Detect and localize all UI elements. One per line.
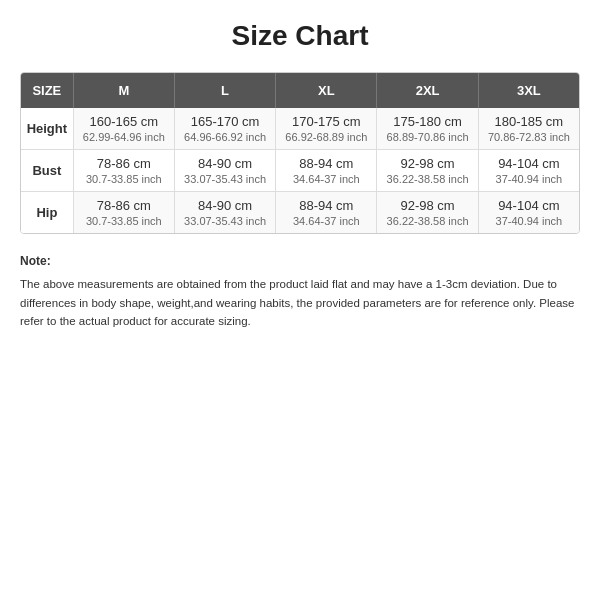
cell-height-2: 170-175 cm66.92-68.89 inch bbox=[276, 108, 377, 150]
cell-cm: 78-86 cm bbox=[80, 156, 168, 171]
cell-inch: 36.22-38.58 inch bbox=[383, 173, 471, 185]
cell-inch: 33.07-35.43 inch bbox=[181, 215, 269, 227]
table-row: Bust78-86 cm30.7-33.85 inch84-90 cm33.07… bbox=[21, 150, 579, 192]
cell-cm: 84-90 cm bbox=[181, 198, 269, 213]
cell-bust-4: 94-104 cm37-40.94 inch bbox=[478, 150, 579, 192]
cell-cm: 170-175 cm bbox=[282, 114, 370, 129]
cell-cm: 84-90 cm bbox=[181, 156, 269, 171]
cell-inch: 70.86-72.83 inch bbox=[485, 131, 573, 143]
header-m: M bbox=[73, 73, 174, 108]
cell-hip-4: 94-104 cm37-40.94 inch bbox=[478, 192, 579, 234]
header-2xl: 2XL bbox=[377, 73, 478, 108]
cell-cm: 175-180 cm bbox=[383, 114, 471, 129]
table-row: Hip78-86 cm30.7-33.85 inch84-90 cm33.07-… bbox=[21, 192, 579, 234]
cell-inch: 37-40.94 inch bbox=[485, 215, 573, 227]
cell-bust-2: 88-94 cm34.64-37 inch bbox=[276, 150, 377, 192]
size-chart-table: SIZE M L XL 2XL 3XL Height160-165 cm62.9… bbox=[20, 72, 580, 234]
row-label-height: Height bbox=[21, 108, 73, 150]
cell-inch: 30.7-33.85 inch bbox=[80, 215, 168, 227]
cell-inch: 66.92-68.89 inch bbox=[282, 131, 370, 143]
note-section: Note: The above measurements are obtaine… bbox=[20, 252, 580, 330]
note-title: Note: bbox=[20, 252, 580, 271]
header-l: L bbox=[174, 73, 275, 108]
cell-height-1: 165-170 cm64.96-66.92 inch bbox=[174, 108, 275, 150]
cell-inch: 62.99-64.96 inch bbox=[80, 131, 168, 143]
cell-cm: 78-86 cm bbox=[80, 198, 168, 213]
cell-height-3: 175-180 cm68.89-70.86 inch bbox=[377, 108, 478, 150]
header-size: SIZE bbox=[21, 73, 73, 108]
cell-bust-0: 78-86 cm30.7-33.85 inch bbox=[73, 150, 174, 192]
cell-hip-2: 88-94 cm34.64-37 inch bbox=[276, 192, 377, 234]
cell-cm: 94-104 cm bbox=[485, 198, 573, 213]
cell-inch: 34.64-37 inch bbox=[282, 173, 370, 185]
cell-height-0: 160-165 cm62.99-64.96 inch bbox=[73, 108, 174, 150]
cell-cm: 88-94 cm bbox=[282, 198, 370, 213]
cell-cm: 180-185 cm bbox=[485, 114, 573, 129]
cell-inch: 36.22-38.58 inch bbox=[383, 215, 471, 227]
cell-height-4: 180-185 cm70.86-72.83 inch bbox=[478, 108, 579, 150]
cell-inch: 33.07-35.43 inch bbox=[181, 173, 269, 185]
cell-hip-3: 92-98 cm36.22-38.58 inch bbox=[377, 192, 478, 234]
cell-inch: 30.7-33.85 inch bbox=[80, 173, 168, 185]
cell-cm: 160-165 cm bbox=[80, 114, 168, 129]
table-row: Height160-165 cm62.99-64.96 inch165-170 … bbox=[21, 108, 579, 150]
cell-hip-1: 84-90 cm33.07-35.43 inch bbox=[174, 192, 275, 234]
cell-inch: 64.96-66.92 inch bbox=[181, 131, 269, 143]
row-label-hip: Hip bbox=[21, 192, 73, 234]
cell-cm: 92-98 cm bbox=[383, 198, 471, 213]
cell-hip-0: 78-86 cm30.7-33.85 inch bbox=[73, 192, 174, 234]
cell-inch: 68.89-70.86 inch bbox=[383, 131, 471, 143]
note-text: The above measurements are obtained from… bbox=[20, 275, 580, 330]
cell-inch: 34.64-37 inch bbox=[282, 215, 370, 227]
cell-inch: 37-40.94 inch bbox=[485, 173, 573, 185]
cell-bust-1: 84-90 cm33.07-35.43 inch bbox=[174, 150, 275, 192]
cell-cm: 94-104 cm bbox=[485, 156, 573, 171]
header-3xl: 3XL bbox=[478, 73, 579, 108]
row-label-bust: Bust bbox=[21, 150, 73, 192]
cell-cm: 165-170 cm bbox=[181, 114, 269, 129]
cell-cm: 92-98 cm bbox=[383, 156, 471, 171]
cell-bust-3: 92-98 cm36.22-38.58 inch bbox=[377, 150, 478, 192]
page-title: Size Chart bbox=[20, 20, 580, 52]
cell-cm: 88-94 cm bbox=[282, 156, 370, 171]
header-xl: XL bbox=[276, 73, 377, 108]
